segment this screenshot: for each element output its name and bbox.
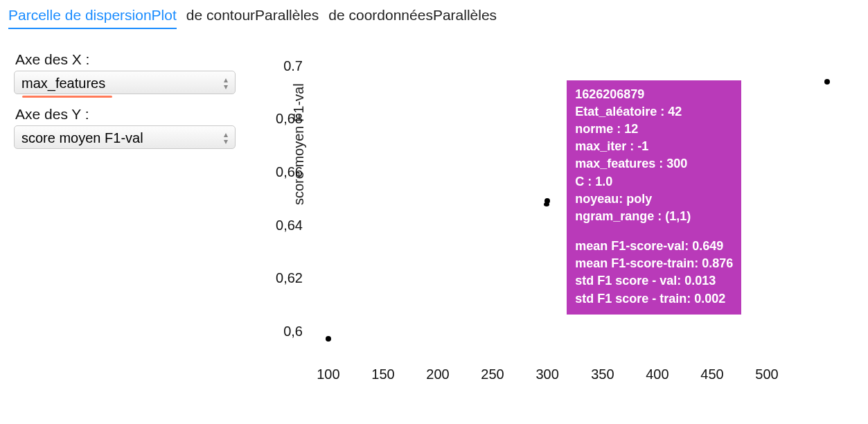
y-axis-label: Axe des Y :: [15, 106, 244, 123]
ytick: 0,68: [265, 111, 303, 127]
xtick: 200: [426, 366, 449, 382]
ytick: 0,66: [265, 164, 303, 180]
tooltip-row: std F1 score - train: 0.002: [575, 290, 733, 308]
chevron-updown-icon: ▴▾: [224, 76, 228, 91]
tab-parallel[interactable]: de coordonnéesParallèles: [328, 7, 497, 29]
xtick: 400: [646, 366, 668, 382]
axis-controls: Axe des X : max_features ▴▾ Axe des Y : …: [8, 48, 244, 152]
tab-scatter[interactable]: Parcelle de dispersionPlot: [8, 7, 177, 29]
y-axis-value: score moyen F1-val: [21, 130, 143, 146]
tooltip-row: mean F1-score-train: 0.876: [575, 255, 733, 272]
xtick: 450: [700, 366, 723, 382]
tabs: Parcelle de dispersionPlot de contourPar…: [8, 7, 868, 29]
ytick: 0,6: [265, 323, 303, 339]
tooltip-row: noyeau: poly: [575, 191, 733, 208]
data-point[interactable]: [824, 79, 830, 85]
plot-area[interactable]: score moyen F1-val max_features 0.7 0,68…: [306, 53, 833, 357]
ytick: 0,64: [265, 217, 303, 233]
xtick: 250: [481, 366, 504, 382]
chevron-updown-icon: ▴▾: [224, 130, 228, 145]
tooltip-row: Etat_aléatoire : 42: [575, 103, 733, 121]
x-axis-select[interactable]: max_features ▴▾: [14, 71, 236, 94]
tooltip-id: 1626206879: [575, 86, 733, 103]
x-axis-value: max_features: [21, 76, 105, 91]
tooltip-row: ngram_range : (1,1): [575, 208, 733, 225]
xtick: 350: [591, 366, 614, 382]
tooltip-row: max_iter : -1: [575, 138, 733, 155]
tooltip-row: std F1 score - val: 0.013: [575, 272, 733, 290]
tab-contour[interactable]: de contourParallèles: [186, 7, 319, 29]
data-point[interactable]: [544, 198, 550, 204]
ytick: 0.7: [265, 58, 303, 73]
tooltip-row: C : 1.0: [575, 173, 733, 191]
y-axis-title: score moyen F1-val: [291, 83, 307, 205]
tooltip-row: mean F1-score-val: 0.649: [575, 238, 733, 255]
scatter-chart: score moyen F1-val max_features 0.7 0,68…: [244, 48, 853, 424]
y-axis-select[interactable]: score moyen F1-val ▴▾: [14, 125, 236, 149]
x-select-underline: [22, 96, 112, 98]
ytick: 0,62: [265, 270, 303, 286]
tooltip-row: norme : 12: [575, 121, 733, 138]
point-tooltip: 1626206879 Etat_aléatoire : 42 norme : 1…: [567, 80, 741, 315]
xtick: 150: [371, 366, 394, 382]
x-axis-label: Axe des X :: [15, 51, 244, 68]
data-point[interactable]: [326, 336, 331, 342]
xtick: 500: [755, 366, 778, 382]
xtick: 100: [317, 366, 339, 382]
xtick: 300: [535, 366, 558, 382]
tooltip-row: max_features : 300: [575, 155, 733, 173]
